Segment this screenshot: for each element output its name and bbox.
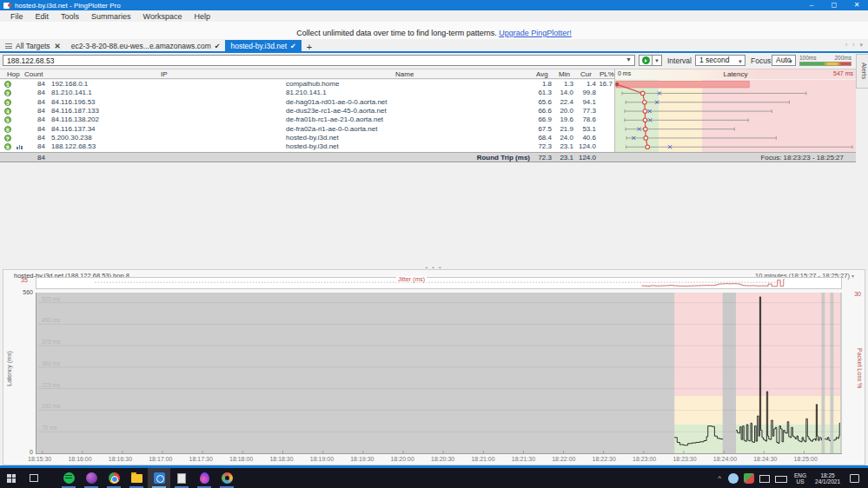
- minimize-button[interactable]: –: [800, 0, 823, 10]
- name-cell: hosted-by.i3d.net: [286, 134, 339, 142]
- svg-text:75 ms: 75 ms: [42, 425, 57, 431]
- start-button[interactable]: [0, 468, 23, 488]
- taskbar-pingplotter[interactable]: [148, 468, 170, 488]
- target-address-input[interactable]: [3, 55, 635, 66]
- scale-200ms: 200ms: [834, 55, 851, 61]
- taskbar-notepad[interactable]: [170, 468, 193, 488]
- taskbar-spotify[interactable]: [57, 468, 80, 488]
- round-trip-footer: 84 Round Trip (ms) 72.3 23.1 124.0 Focus…: [0, 152, 856, 162]
- jitter-scale-label: 35: [21, 277, 28, 283]
- svg-text:450 ms: 450 ms: [42, 317, 60, 323]
- col-cur[interactable]: Cur: [580, 70, 592, 78]
- count-cell: 84: [0, 98, 45, 107]
- jitter-axis-label: Jitter (ms): [396, 276, 427, 282]
- y-axis-title: Latency (ms): [6, 343, 12, 395]
- list-icon: [5, 43, 12, 49]
- task-view-icon: [30, 474, 38, 482]
- language-indicator[interactable]: ENG US: [790, 472, 811, 485]
- onedrive-icon[interactable]: [728, 473, 739, 484]
- x-axis-tick-label: 18:17:00: [149, 456, 172, 462]
- menu-item-edit[interactable]: Edit: [30, 12, 56, 21]
- packet-loss-max: 30: [854, 291, 861, 297]
- x-axis-tick-label: 18:20:00: [391, 456, 414, 462]
- menu-item-workspace[interactable]: Workspace: [137, 12, 189, 21]
- taskbar-file-explorer[interactable]: [125, 468, 148, 488]
- count-cell: 84: [0, 107, 45, 115]
- interval-select[interactable]: 1 second▼: [695, 55, 745, 66]
- tray-expand-chevron[interactable]: ^: [713, 474, 726, 482]
- maximize-button[interactable]: ◻: [823, 0, 845, 10]
- cur-cell: 77.3: [553, 107, 596, 115]
- start-trace-button[interactable]: [639, 55, 653, 66]
- play-icon: [642, 56, 650, 64]
- menu-item-file[interactable]: File: [4, 12, 30, 21]
- count-cell: 84: [0, 134, 45, 142]
- menu-item-tools[interactable]: Tools: [55, 12, 85, 21]
- taskbar-paint[interactable]: [215, 468, 238, 488]
- pingplotter-icon: [154, 472, 165, 484]
- x-axis-tick-label: 18:24:30: [753, 456, 777, 462]
- ip-cell: 84.116.187.133: [51, 107, 99, 115]
- tab-amazon-target[interactable]: ec2-3-8-20-88.eu-wes...e.amazonaws.com ✔: [66, 40, 226, 52]
- close-tab-icon[interactable]: ✕: [55, 42, 61, 50]
- cur-cell: 53.1: [553, 125, 596, 134]
- taskbar-gimp[interactable]: [80, 468, 103, 488]
- name-cell: de-fra01b-rc1-ae-21-0.aorta.net: [286, 115, 383, 124]
- taskbar-chrome[interactable]: [103, 468, 125, 488]
- task-view-button[interactable]: [23, 468, 45, 488]
- spotify-icon: [63, 472, 75, 484]
- cur-cell: 99.8: [553, 89, 596, 97]
- tab-amazon-label: ec2-3-8-20-88.eu-wes...e.amazonaws.com: [71, 42, 211, 50]
- x-axis-tick-label: 18:22:30: [593, 456, 616, 462]
- network-icon[interactable]: [759, 475, 770, 483]
- latency-timeline-graph[interactable]: 525 ms450 ms375 ms300 ms225 ms150 ms75 m…: [36, 293, 842, 454]
- x-axis-tick-label: 18:20:30: [431, 456, 454, 462]
- address-dropdown-icon[interactable]: ▼: [626, 56, 632, 63]
- cur-cell: 94.1: [553, 98, 596, 107]
- footer-count: 84: [0, 153, 45, 162]
- col-min[interactable]: Min: [559, 70, 570, 78]
- latency-title: Latency: [615, 70, 856, 78]
- cur-cell: 124.0: [553, 142, 596, 151]
- checkmark-icon: ✔: [290, 43, 296, 50]
- taskbar-paint3d[interactable]: [193, 468, 215, 488]
- col-count[interactable]: Count: [24, 70, 43, 78]
- close-button[interactable]: ✕: [845, 0, 868, 10]
- ip-cell: 84.116.137.34: [51, 125, 96, 134]
- checkmark-icon: ✔: [215, 43, 221, 50]
- svg-text:525 ms: 525 ms: [42, 296, 60, 302]
- x-axis-tick-label: 18:21:30: [512, 456, 535, 462]
- focus-select[interactable]: Auto▼: [772, 55, 796, 66]
- menu-bar: FileEditToolsSummariesWorkspaceHelp: [0, 10, 868, 22]
- language-code: ENG: [794, 472, 806, 478]
- scale-100ms: 100ms: [799, 55, 817, 61]
- col-avg[interactable]: Avg: [536, 70, 548, 78]
- chevron-down-icon: ▼: [738, 57, 743, 67]
- ip-cell: 84.116.196.53: [51, 98, 96, 107]
- hop-table-header: Hop Count IP Name Avg Min Cur PL% 0 ms L…: [0, 69, 856, 79]
- alerts-side-tab[interactable]: Alerts: [856, 54, 868, 89]
- svg-text:375 ms: 375 ms: [42, 339, 60, 345]
- action-center-icon[interactable]: [850, 474, 859, 483]
- col-name[interactable]: Name: [395, 70, 414, 78]
- x-axis-tick-label: 18:18:00: [229, 456, 253, 462]
- trace-options-dropdown[interactable]: ▼: [653, 55, 662, 66]
- tab-hosted-by-i3d[interactable]: hosted-by.i3d.net ✔: [225, 40, 301, 52]
- menu-item-summaries[interactable]: Summaries: [85, 12, 137, 21]
- svg-text:225 ms: 225 ms: [42, 382, 60, 388]
- file-explorer-icon: [131, 474, 142, 483]
- title-bar: hosted-by.i3d.net - PingPlotter Pro – ◻ …: [0, 0, 868, 10]
- clock[interactable]: 18:25 24/1/2021: [811, 472, 845, 485]
- tab-all-targets[interactable]: All Targets ✕: [0, 40, 66, 52]
- col-pl[interactable]: PL%: [600, 70, 614, 78]
- tab-scroll-icons[interactable]: ‹ › ▾: [845, 42, 865, 49]
- interval-value: 1 second: [699, 56, 730, 64]
- menu-item-help[interactable]: Help: [188, 12, 216, 21]
- col-hop[interactable]: Hop: [7, 70, 20, 78]
- keyboard-icon[interactable]: [775, 476, 787, 483]
- y-axis-min: 0: [14, 449, 33, 455]
- upgrade-link[interactable]: Upgrade PingPlotter!: [499, 29, 572, 37]
- x-axis-tick-label: 18:23:00: [633, 456, 656, 462]
- security-icon[interactable]: [744, 473, 754, 484]
- col-ip[interactable]: IP: [161, 70, 168, 78]
